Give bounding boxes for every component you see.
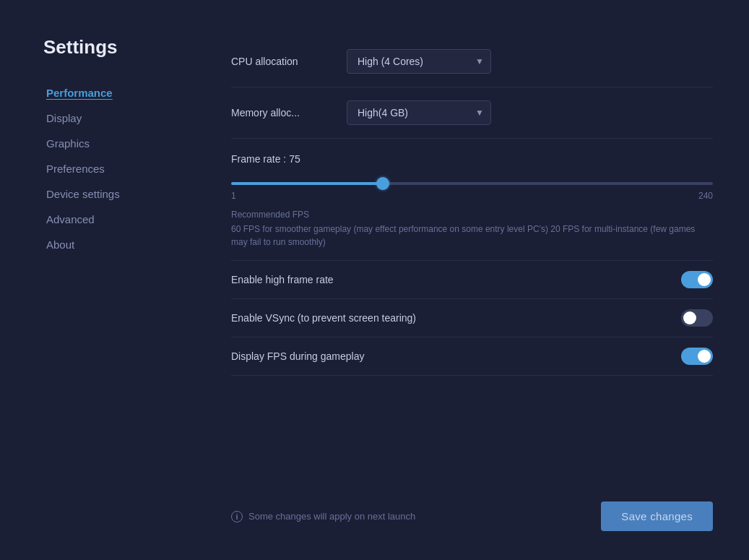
save-changes-button[interactable]: Save changes	[601, 501, 713, 531]
memory-allocation-select-wrapper: Low(1 GB) Medium(2 GB) High(4 GB) Ultra(…	[347, 100, 491, 125]
vsync-knob	[683, 311, 696, 324]
sidebar: Settings Performance Display Graphics Pr…	[43, 29, 188, 538]
display-fps-row: Display FPS during gameplay	[231, 337, 713, 376]
vsync-row: Enable VSync (to prevent screen tearing)	[231, 299, 713, 337]
main-content: CPU allocation Low (1 Core) Medium (2 Co…	[188, 29, 727, 538]
slider-range-labels: 1 240	[231, 191, 713, 201]
slider-track	[231, 175, 713, 188]
vsync-toggle[interactable]	[681, 309, 713, 327]
slider-max-label: 240	[698, 191, 713, 201]
info-icon: i	[231, 511, 243, 522]
sidebar-item-graphics[interactable]: Graphics	[43, 131, 188, 156]
footer-note: i Some changes will apply on next launch	[231, 511, 415, 522]
high-frame-rate-label: Enable high frame rate	[231, 274, 334, 285]
frame-rate-label: Frame rate : 75	[231, 153, 713, 165]
sidebar-nav: Performance Display Graphics Preferences…	[43, 80, 188, 257]
cpu-allocation-label: CPU allocation	[231, 56, 347, 67]
memory-allocation-select[interactable]: Low(1 GB) Medium(2 GB) High(4 GB) Ultra(…	[347, 100, 491, 125]
memory-allocation-row: Memory alloc... Low(1 GB) Medium(2 GB) H…	[231, 87, 713, 139]
high-frame-rate-row: Enable high frame rate	[231, 261, 713, 299]
cpu-allocation-select[interactable]: Low (1 Core) Medium (2 Cores) High (4 Co…	[347, 49, 491, 74]
cpu-allocation-select-wrapper: Low (1 Core) Medium (2 Cores) High (4 Co…	[347, 49, 491, 74]
high-frame-rate-slider-track	[681, 271, 713, 288]
display-fps-toggle[interactable]	[681, 348, 713, 365]
sidebar-item-about[interactable]: About	[43, 232, 188, 257]
content-area: CPU allocation Low (1 Core) Medium (2 Co…	[231, 36, 713, 487]
page-title: Settings	[43, 36, 188, 59]
display-fps-slider-track	[681, 348, 713, 365]
sidebar-item-preferences[interactable]: Preferences	[43, 156, 188, 181]
memory-allocation-label: Memory alloc...	[231, 107, 347, 119]
footer: i Some changes will apply on next launch…	[231, 487, 713, 538]
cpu-allocation-row: CPU allocation Low (1 Core) Medium (2 Co…	[231, 36, 713, 87]
slider-min-label: 1	[231, 191, 236, 201]
vsync-slider-track	[681, 309, 713, 327]
vsync-label: Enable VSync (to prevent screen tearing)	[231, 312, 416, 324]
high-frame-rate-toggle[interactable]	[681, 271, 713, 288]
recommended-fps-text: 60 FPS for smoother gameplay (may effect…	[231, 223, 713, 249]
sidebar-item-advanced[interactable]: Advanced	[43, 207, 188, 232]
display-fps-label: Display FPS during gameplay	[231, 350, 364, 362]
sidebar-item-device-settings[interactable]: Device settings	[43, 181, 188, 207]
recommended-fps-section: Recommended FPS 60 FPS for smoother game…	[231, 201, 713, 249]
high-frame-rate-knob	[698, 273, 711, 286]
sidebar-item-performance[interactable]: Performance	[43, 80, 188, 105]
footer-note-text: Some changes will apply on next launch	[248, 511, 415, 522]
frame-rate-section: Frame rate : 75 1 240 Recommended FPS 60…	[231, 139, 713, 261]
display-fps-knob	[698, 350, 711, 363]
sidebar-item-display[interactable]: Display	[43, 105, 188, 131]
recommended-fps-title: Recommended FPS	[231, 210, 713, 220]
frame-rate-slider[interactable]	[231, 182, 713, 185]
